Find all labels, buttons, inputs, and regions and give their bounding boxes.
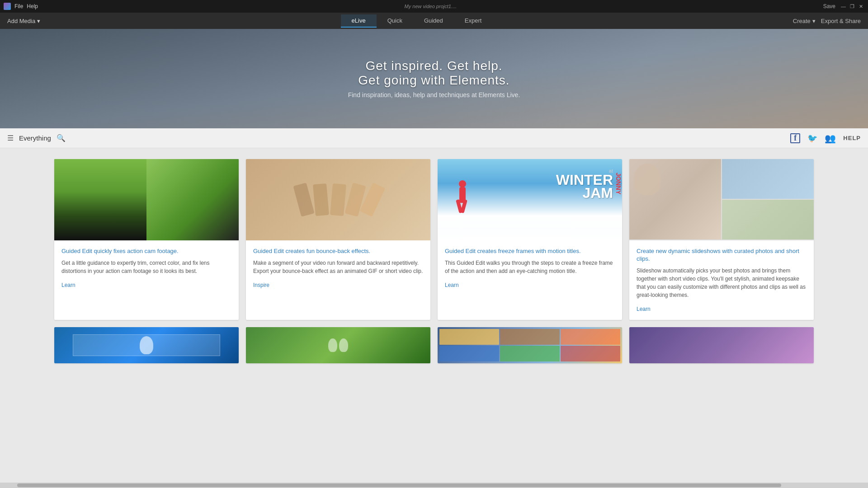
card-3-description: This Guided Edit walks you through the s… — [445, 259, 615, 275]
menu-file[interactable]: File — [14, 3, 23, 9]
child-face-1 — [634, 164, 661, 195]
bottom-card-2 — [246, 327, 430, 363]
create-button[interactable]: Create ▾ — [793, 18, 816, 24]
card-2-description: Make a segment of your video run forward… — [253, 259, 423, 275]
tab-expert[interactable]: Expert — [454, 14, 493, 28]
photo-child-2 — [722, 159, 814, 199]
cards-grid: Guided Edit quickly fixes action cam foo… — [54, 159, 814, 320]
card-4-image — [629, 159, 814, 240]
close-button[interactable]: ✕ — [859, 4, 864, 9]
export-share-button[interactable]: Export & Share — [821, 18, 861, 24]
hamburger-icon[interactable]: ☰ — [7, 134, 14, 142]
photo-clip-1 — [722, 200, 814, 239]
video-frame — [73, 334, 220, 356]
photo-child-1 — [629, 159, 721, 239]
card-1-description: Get a little guidance to expertly trim, … — [61, 259, 231, 275]
filter-bar: ☰ Everything 🔍 f 🐦 👥 HELP — [0, 128, 868, 148]
card-1-learn-link[interactable]: Learn — [61, 282, 75, 288]
svg-point-0 — [459, 180, 466, 188]
child-silhouette-2 — [339, 338, 348, 352]
hero-section: Get inspired. Get help. Get going with E… — [0, 29, 868, 128]
mini-thumb-2 — [500, 329, 560, 345]
mini-thumb-3 — [561, 329, 620, 345]
menu-help[interactable]: Help — [27, 3, 38, 9]
card-1-image-right — [146, 159, 239, 240]
nav-tabs: eLive Quick Guided Expert — [341, 14, 493, 28]
person-silhouette — [140, 336, 153, 354]
menu-bar: Add Media ▾ eLive Quick Guided Expert Cr… — [0, 13, 868, 29]
card-3-body: Guided Edit creates freeze frames with m… — [438, 240, 622, 296]
search-icon[interactable]: 🔍 — [57, 134, 66, 142]
card-4-description: Slideshow automatically picks your best … — [637, 267, 807, 299]
mini-thumb-1 — [439, 329, 499, 345]
bottom-cards-grid — [54, 327, 814, 363]
bottom-card-4 — [629, 327, 814, 363]
add-media-button[interactable]: Add Media ▾ — [7, 18, 40, 24]
add-media-arrow: ▾ — [37, 18, 40, 24]
content-area: Guided Edit quickly fixes action cam foo… — [0, 148, 868, 479]
hero-content: Get inspired. Get help. Get going with E… — [348, 59, 520, 99]
project-name: My new video projct1.... — [405, 4, 457, 9]
mini-thumb-4 — [439, 346, 499, 361]
card-bounce-back: Guided Edit creates fun bounce-back effe… — [246, 159, 430, 320]
card-4-learn-link[interactable]: Learn — [637, 306, 651, 312]
bottom-card-3-image — [438, 327, 622, 363]
facebook-icon[interactable]: f — [790, 133, 800, 143]
figure-3 — [330, 183, 346, 216]
card-winter-jam: at WINTER JAM JONNY Guided Edit creates … — [438, 159, 622, 320]
card-slideshow: Create new dynamic slideshows with curat… — [629, 159, 814, 320]
bottom-card-2-image — [246, 327, 430, 363]
card-1-image-left — [54, 159, 146, 240]
figure-1 — [293, 183, 314, 216]
tab-guided[interactable]: Guided — [413, 14, 454, 28]
twitter-icon[interactable]: 🐦 — [807, 133, 817, 143]
card-2-title: Guided Edit creates fun bounce-back effe… — [253, 248, 423, 255]
bottom-card-1-image — [54, 327, 239, 363]
card-2-inspire-link[interactable]: Inspire — [253, 282, 269, 288]
bottom-card-4-image — [629, 327, 814, 363]
card-1-title: Guided Edit quickly fixes action cam foo… — [61, 248, 231, 255]
community-icon[interactable]: 👥 — [825, 133, 836, 144]
hero-subtitle: Find inspiration, ideas, help and techni… — [348, 91, 520, 99]
filter-everything-label[interactable]: Everything — [19, 134, 51, 142]
winter-jam-overlay: at WINTER JAM JONNY — [556, 168, 613, 200]
filter-left: ☰ Everything 🔍 — [7, 134, 66, 142]
app-logo — [4, 3, 11, 10]
jam-text: JAM — [556, 187, 613, 200]
card-3-title: Guided Edit creates freeze frames with m… — [445, 248, 615, 255]
snow-base — [438, 218, 622, 240]
tab-elive[interactable]: eLive — [341, 14, 377, 28]
save-button[interactable]: Save — [823, 3, 835, 9]
title-bar: File Help My new video projct1.... Save … — [0, 0, 868, 13]
card-3-learn-link[interactable]: Learn — [445, 282, 459, 288]
nature-content — [328, 338, 348, 352]
mini-thumb-5 — [500, 346, 560, 361]
menu-bar-right: Create ▾ Export & Share — [793, 18, 861, 24]
card-4-body: Create new dynamic slideshows with curat… — [629, 240, 814, 320]
bounce-figures — [297, 184, 379, 216]
help-label[interactable]: HELP — [843, 135, 861, 141]
filter-right: f 🐦 👥 HELP — [790, 133, 861, 144]
skier-silhouette — [451, 177, 474, 222]
horizontal-scrollbar[interactable] — [0, 483, 868, 488]
child-silhouette-1 — [328, 338, 337, 352]
scrollbar-thumb[interactable] — [17, 483, 781, 487]
add-media-label: Add Media — [7, 18, 35, 24]
hero-title: Get inspired. Get help. Get going with E… — [348, 59, 520, 88]
tab-quick[interactable]: Quick — [377, 14, 413, 28]
jonny-text: JONNY — [615, 173, 622, 194]
minimize-button[interactable]: — — [841, 4, 846, 9]
card-3-image: at WINTER JAM JONNY — [438, 159, 622, 240]
window-controls: — ❐ ✕ — [841, 4, 864, 9]
card-action-cam: Guided Edit quickly fixes action cam foo… — [54, 159, 239, 320]
bottom-card-1 — [54, 327, 239, 363]
restore-button[interactable]: ❐ — [850, 4, 855, 9]
card-4-title: Create new dynamic slideshows with curat… — [637, 248, 807, 263]
title-bar-left: File Help — [4, 3, 38, 10]
figure-2 — [313, 183, 329, 216]
card-2-image — [246, 159, 430, 240]
bottom-card-3 — [438, 327, 622, 363]
card-2-body: Guided Edit creates fun bounce-back effe… — [246, 240, 430, 296]
mini-thumb-6 — [561, 346, 620, 361]
card-1-image — [54, 159, 239, 240]
